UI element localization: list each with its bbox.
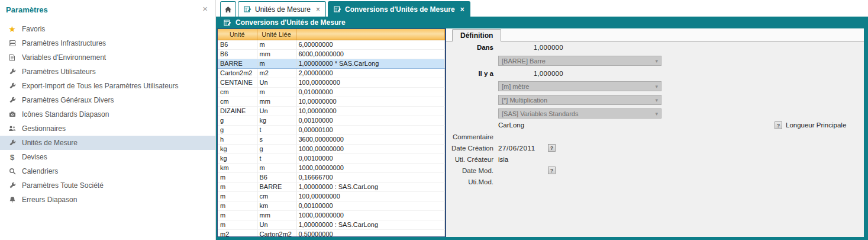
sidebar-item-devises[interactable]: $Devises (0, 150, 215, 164)
table-cell: 100,00000000 (296, 78, 445, 87)
sidebar-item-calendriers[interactable]: Calendriers (0, 164, 215, 178)
table-cell: t (257, 125, 296, 135)
definition-tabstrip: Définition (446, 28, 864, 41)
table-row[interactable]: BARREm1,00000000 * SAS.CarLong (218, 59, 445, 68)
column-header[interactable]: Unité (218, 29, 257, 40)
table-row[interactable]: kmm1000,00000000 (218, 163, 445, 172)
table-row[interactable]: cmmm10,00000000 (218, 97, 445, 106)
table-cell: m (257, 163, 296, 172)
table-row[interactable]: kgt0,00100000 (218, 153, 445, 163)
table-cell: kg (218, 153, 257, 163)
table-row[interactable]: kgg1000,00000000 (218, 144, 445, 153)
wrench-icon (7, 96, 17, 105)
table-row[interactable]: mB60,16666700 (218, 172, 445, 182)
table-cell: km (257, 201, 296, 210)
date-mod-picker-button[interactable]: ? (548, 167, 556, 174)
table-row[interactable]: mBARRE1,00000000 : SAS.CarLong (218, 182, 445, 191)
ilya-unit-select[interactable]: [m] mètre ▾ (498, 81, 662, 91)
table-row[interactable]: B6mm6000,00000000 (218, 49, 445, 59)
operation-select[interactable]: [*] Multiplication ▾ (498, 95, 662, 105)
table-row[interactable]: mcm100,00000000 (218, 191, 445, 201)
table-row[interactable]: mmm1000,00000000 (218, 210, 445, 220)
table-cell: mm (257, 49, 296, 59)
variable-group-value: [SAS] Variables Standards (502, 110, 655, 117)
longueur-principale-help-button[interactable]: ? (775, 121, 782, 129)
table-row[interactable]: gkg0,00100000 (218, 116, 445, 125)
table-cell: B6 (257, 172, 296, 182)
table-row[interactable]: m2Carton2m20,50000000 (218, 229, 445, 237)
table-cell: g (218, 116, 257, 125)
table-row[interactable]: gt0,00000100 (218, 125, 445, 135)
table-cell: m (218, 191, 257, 201)
sidebar-item-export-import-de-tous-les-parametres-utilisateurs[interactable]: Export-Import de Tous les Paramètres Uti… (0, 79, 215, 93)
bell-icon (7, 196, 17, 204)
tab-unites-de-mesure[interactable]: Unités de Mesure × (238, 1, 326, 17)
chevron-down-icon: ▾ (655, 111, 658, 117)
chevron-down-icon: ▾ (655, 58, 658, 64)
table-cell: 6000,00000000 (296, 49, 445, 59)
sidebar-item-parametres-generaux-divers[interactable]: Paramètres Généraux Divers (0, 93, 215, 107)
uti-createur-value: isia (498, 156, 508, 163)
sidebar-item-label: Export-Import de Tous les Paramètres Uti… (22, 82, 179, 90)
date-creation-label: Date Création (446, 145, 493, 152)
table-cell: 100,00000000 (296, 191, 445, 201)
sidebar-item-variables-d-environnement[interactable]: Variables d'Environnement (0, 50, 215, 65)
table-cell: cm (257, 191, 296, 201)
table-cell: m2 (257, 68, 296, 78)
page-title: Conversions d'Unités de Mesure (235, 18, 346, 27)
table-cell: 2,00000000 (296, 68, 445, 78)
close-icon[interactable]: × (460, 7, 464, 12)
dans-unit-select[interactable]: [BARRE] Barre ▾ (498, 56, 662, 66)
chevron-down-icon: ▾ (655, 84, 658, 89)
sidebar-item-favoris[interactable]: ★Favoris (0, 22, 215, 36)
uti-mod-label: Uti.Mod. (446, 178, 493, 185)
table-cell: 10,00000000 (296, 106, 445, 116)
table-cell: 0,00000100 (296, 125, 445, 135)
sidebar-item-gestionnaires[interactable]: Gestionnaires (0, 121, 215, 136)
column-header[interactable] (296, 29, 445, 40)
table-row[interactable]: B6m6,00000000 (218, 40, 445, 49)
table-cell: BARRE (218, 59, 257, 68)
date-creation-value: 27/06/2011 (498, 145, 535, 152)
variable-value: CarLong (498, 121, 524, 129)
sidebar-close-icon[interactable]: × (202, 4, 208, 13)
column-header[interactable]: Unité Liée (257, 29, 296, 40)
table-row[interactable]: DIZAINEUn10,00000000 (218, 106, 445, 116)
table-cell: 3600,00000000 (296, 135, 445, 144)
table-cell: m (218, 220, 257, 229)
sidebar-item-parametres-infrastructures[interactable]: Paramètres Infrastructures (0, 36, 215, 50)
sidebar-item-label: Paramètres Infrastructures (22, 39, 106, 47)
table-row[interactable]: mUn1,00000000 : SAS.CarLong (218, 220, 445, 229)
table-row[interactable]: Carton2m2m22,00000000 (218, 68, 445, 78)
table-row[interactable]: cmm0,01000000 (218, 87, 445, 97)
tab-definition[interactable]: Définition (452, 29, 501, 41)
form-icon (244, 5, 251, 13)
table-cell: 0,00100000 (296, 153, 445, 163)
table-row[interactable]: hs3600,00000000 (218, 135, 445, 144)
sidebar-item-unites-de-mesure[interactable]: Unités de Mesure (0, 136, 215, 150)
table-cell: s (257, 135, 296, 144)
sidebar-item-icones-standards-diapason[interactable]: Icônes Standards Diapason (0, 107, 215, 121)
page-title-bar: Conversions d'Unités de Mesure (217, 17, 864, 28)
conversion-table-body: B6m6,00000000B6mm6000,00000000BARREm1,00… (218, 40, 445, 237)
sidebar-items: ★FavorisParamètres InfrastructuresVariab… (0, 22, 215, 207)
wrench-icon (7, 68, 17, 76)
ilya-unit-value: [m] mètre (502, 83, 655, 90)
tab-home[interactable] (220, 1, 236, 17)
table-cell: m (257, 87, 296, 97)
sidebar-item-erreurs-diapason[interactable]: Erreurs Diapason (0, 193, 215, 207)
table-cell: cm (218, 97, 257, 106)
table-cell: 1000,00000000 (296, 210, 445, 220)
close-icon[interactable]: × (316, 7, 320, 12)
tab-conversions-unites[interactable]: Conversions d'Unités de Mesure × (328, 1, 470, 17)
content-frame: Conversions d'Unités de Mesure UnitéUnit… (216, 17, 868, 240)
sidebar-title: Paramètres (0, 0, 215, 14)
sidebar-item-parametres-utilisateurs[interactable]: Paramètres Utilisateurs (0, 65, 215, 79)
sidebar-item-parametres-toute-societe[interactable]: Paramètres Toute Société (0, 178, 215, 193)
table-cell: 1,00000000 : SAS.CarLong (296, 220, 445, 229)
variable-group-select[interactable]: [SAS] Variables Standards ▾ (498, 108, 662, 119)
sidebar-item-label: Favoris (22, 25, 45, 33)
date-creation-picker-button[interactable]: ? (548, 144, 556, 152)
table-row[interactable]: mkm0,00100000 (218, 201, 445, 210)
table-row[interactable]: CENTAINEUn100,00000000 (218, 78, 445, 87)
